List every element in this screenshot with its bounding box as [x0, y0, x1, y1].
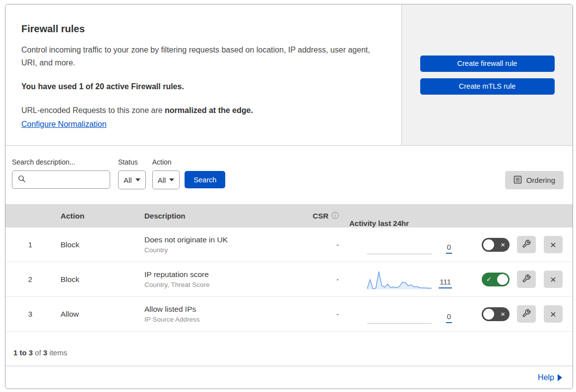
- configure-normalization-link[interactable]: Configure Normalization: [21, 120, 107, 128]
- toggle-knob: [497, 274, 508, 285]
- column-header-action: Action: [55, 212, 140, 221]
- page-description: Control incoming traffic to your zone by…: [21, 44, 375, 69]
- ordering-button-label: Ordering: [526, 176, 555, 184]
- table-row: 3 Allow Allow listed IPs IP Source Addre…: [5, 297, 573, 332]
- search-icon: [18, 175, 26, 185]
- summary-items: items: [47, 348, 67, 357]
- row-action: Block: [55, 240, 140, 249]
- status-filter-group: Status All: [118, 158, 146, 189]
- normalization-note: URL-encoded Requests to this zone are no…: [21, 106, 385, 115]
- row-controls: × ✓ ×: [452, 236, 573, 253]
- wrench-icon: [522, 309, 531, 319]
- row-action: Block: [55, 275, 140, 284]
- row-index: 3: [28, 310, 32, 318]
- delete-rule-button[interactable]: ×: [544, 305, 563, 323]
- close-icon: ×: [550, 274, 556, 284]
- table-row: 2 Block IP reputation score Country, Thr…: [5, 262, 573, 297]
- activity-sparkline: [367, 271, 432, 290]
- table-row: 1 Block Does not originate in UK Country…: [5, 227, 573, 262]
- row-description: Allow listed IPs: [144, 305, 294, 314]
- column-header-activity: Activity last 24hr: [339, 204, 452, 227]
- close-icon: ×: [550, 239, 556, 250]
- rule-toggle[interactable]: × ✓: [482, 307, 510, 321]
- edit-rule-button[interactable]: [517, 236, 536, 253]
- ordering-icon: [513, 175, 522, 185]
- action-filter-group: Action All: [152, 158, 180, 189]
- status-dropdown[interactable]: All: [118, 170, 146, 189]
- row-description-cell: IP reputation score Country, Threat Scor…: [140, 270, 294, 288]
- row-activity-cell: 111: [339, 262, 452, 296]
- summary-of: of: [33, 348, 43, 357]
- chevron-down-icon: [135, 178, 140, 181]
- status-dropdown-value: All: [124, 176, 132, 184]
- action-dropdown-value: All: [158, 176, 166, 184]
- summary-range: 1 to 3: [13, 348, 33, 357]
- edit-rule-button[interactable]: [517, 271, 536, 288]
- row-index: 1: [28, 240, 32, 249]
- activity-sparkline: [367, 305, 432, 325]
- row-activity-cell: 0: [339, 297, 452, 331]
- firewall-rules-page: Firewall rules Control incoming traffic …: [0, 0, 576, 392]
- page-title: Firewall rules: [21, 23, 385, 35]
- usage-summary: You have used 1 of 20 active Firewall ru…: [21, 82, 385, 91]
- column-header-csr: CSR: [313, 212, 339, 221]
- row-fields: Country: [144, 246, 294, 254]
- close-icon: ×: [550, 309, 556, 319]
- header-section: Firewall rules Control incoming traffic …: [5, 4, 573, 146]
- help-link[interactable]: Help: [538, 373, 562, 382]
- toggle-knob: [483, 239, 494, 250]
- activity-sparkline: [367, 236, 432, 256]
- ordering-button[interactable]: Ordering: [505, 171, 564, 189]
- row-fields: IP Source Address: [144, 316, 294, 323]
- table-body: 1 Block Does not originate in UK Country…: [5, 227, 573, 332]
- wrench-icon: [522, 274, 531, 284]
- search-input-wrapper[interactable]: [12, 170, 110, 189]
- row-description: IP reputation score: [144, 270, 294, 279]
- create-firewall-rule-button[interactable]: Create firewall rule: [420, 56, 555, 72]
- rule-toggle[interactable]: × ✓: [482, 273, 510, 286]
- action-label: Action: [152, 158, 180, 166]
- intro-panel: Firewall rules Control incoming traffic …: [5, 4, 402, 145]
- items-summary: 1 to 3 of 3 items: [5, 332, 573, 366]
- create-mtls-rule-button[interactable]: Create mTLS rule: [420, 78, 555, 95]
- delete-rule-button[interactable]: ×: [544, 236, 563, 253]
- normalization-prefix: URL-encoded Requests to this zone are: [21, 106, 165, 114]
- delete-rule-button[interactable]: ×: [544, 271, 563, 288]
- row-action: Allow: [55, 310, 140, 319]
- filter-bar: Search description... Status All Action: [5, 146, 573, 204]
- row-description-cell: Does not originate in UK Country: [140, 235, 294, 254]
- rule-toggle[interactable]: × ✓: [482, 238, 510, 252]
- toggle-x-icon: ×: [501, 241, 505, 248]
- row-fields: Country, Threat Score: [144, 281, 294, 288]
- activity-count-link[interactable]: 0: [446, 312, 452, 323]
- toggle-check-icon: ✓: [486, 276, 492, 282]
- column-header-description: Description: [140, 212, 294, 220]
- row-controls: × ✓ ×: [452, 271, 573, 288]
- row-index: 2: [28, 275, 32, 283]
- status-label: Status: [118, 158, 146, 166]
- row-description-cell: Allow listed IPs IP Source Address: [140, 305, 294, 323]
- help-bar: Help: [5, 366, 573, 389]
- search-button[interactable]: Search: [185, 171, 225, 188]
- csr-label: CSR: [313, 212, 328, 220]
- toggle-knob: [483, 309, 494, 320]
- search-input[interactable]: [30, 176, 104, 184]
- firewall-rules-card: Firewall rules Control incoming traffic …: [5, 4, 573, 389]
- activity-count-link[interactable]: 111: [439, 278, 452, 288]
- activity-count-link[interactable]: 0: [446, 243, 452, 254]
- action-dropdown[interactable]: All: [152, 170, 180, 189]
- search-group: Search description...: [12, 158, 110, 189]
- chevron-down-icon: [169, 178, 174, 181]
- cta-panel: Create firewall rule Create mTLS rule: [402, 4, 573, 145]
- row-controls: × ✓ ×: [452, 305, 573, 323]
- row-activity-cell: 0: [339, 227, 452, 262]
- normalization-bold: normalized at the edge.: [165, 106, 253, 114]
- search-label: Search description...: [12, 158, 110, 166]
- info-icon[interactable]: [331, 212, 339, 221]
- help-arrow-icon: [558, 374, 562, 381]
- wrench-icon: [522, 239, 531, 250]
- toggle-x-icon: ×: [501, 310, 505, 318]
- table-header: Action Description CSR Activity last 24h…: [5, 204, 573, 227]
- row-description: Does not originate in UK: [144, 235, 294, 244]
- edit-rule-button[interactable]: [517, 305, 536, 323]
